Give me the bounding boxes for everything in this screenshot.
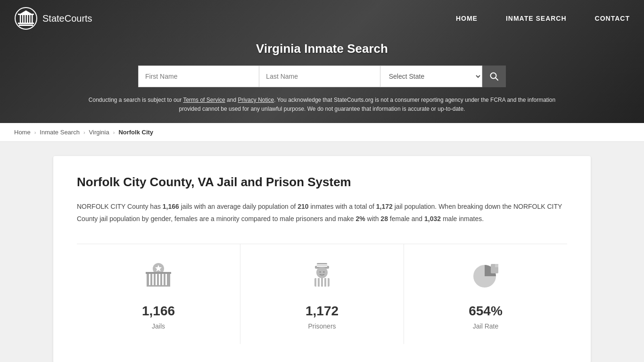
svg-rect-16 — [149, 274, 150, 285]
info-card: Norfolk City County, VA Jail and Prison … — [53, 156, 591, 362]
svg-rect-5 — [25, 15, 26, 23]
stat-jails-number: 1,166 — [142, 304, 175, 319]
search-icon — [490, 72, 498, 81]
first-name-input[interactable] — [138, 66, 259, 87]
breadcrumb-sep-3: › — [113, 130, 115, 135]
site-header: StateCourts HOME INMATE SEARCH CONTACT V… — [0, 0, 644, 123]
svg-rect-22 — [146, 272, 171, 274]
disclaimer-text: Conducting a search is subject to our Te… — [86, 96, 558, 123]
svg-rect-34 — [326, 278, 328, 287]
search-button[interactable] — [482, 66, 506, 87]
svg-rect-1 — [19, 25, 33, 26]
breadcrumb-virginia[interactable]: Virginia — [89, 129, 109, 136]
svg-rect-37 — [495, 264, 498, 267]
stats-row: 1,166 Jails — [77, 244, 567, 344]
main-nav: StateCourts HOME INMATE SEARCH CONTACT — [0, 0, 644, 37]
card-description: NORFOLK CITY County has 1,166 jails with… — [77, 201, 567, 224]
state-select[interactable]: Select State Virginia California Texas — [380, 66, 483, 87]
svg-rect-8 — [32, 15, 33, 23]
nav-links: HOME INMATE SEARCH CONTACT — [456, 15, 630, 22]
nav-home[interactable]: HOME — [456, 15, 478, 22]
breadcrumb: Home › Inmate Search › Virginia › Norfol… — [0, 123, 644, 142]
svg-rect-7 — [29, 15, 31, 23]
svg-line-12 — [495, 78, 498, 80]
svg-point-28 — [320, 271, 321, 272]
rate-icon — [469, 258, 502, 296]
svg-rect-31 — [316, 278, 318, 287]
page-title: Virginia Inmate Search — [256, 41, 388, 56]
privacy-link[interactable]: Privacy Notice — [238, 97, 274, 103]
breadcrumb-home[interactable]: Home — [14, 129, 31, 136]
stat-jail-rate: 654% Jail Rate — [404, 244, 567, 344]
svg-point-29 — [323, 271, 325, 272]
svg-rect-25 — [317, 264, 327, 265]
header-content: Virginia Inmate Search Select State Virg… — [0, 37, 644, 123]
svg-rect-26 — [317, 266, 327, 267]
nav-contact[interactable]: CONTACT — [595, 15, 630, 22]
site-logo[interactable]: StateCourts — [14, 7, 92, 30]
stat-prisoners: 1,172 Prisoners — [240, 244, 404, 344]
nav-inmate-search[interactable]: INMATE SEARCH — [506, 15, 567, 22]
stat-prisoners-number: 1,172 — [305, 304, 339, 319]
card-title: Norfolk City County, VA Jail and Prison … — [77, 175, 567, 189]
breadcrumb-sep-1: › — [34, 130, 36, 135]
main-content: Norfolk City County, VA Jail and Prison … — [39, 142, 605, 362]
svg-rect-20 — [162, 274, 164, 285]
stat-jail-rate-number: 654% — [469, 304, 503, 319]
svg-rect-17 — [152, 274, 154, 285]
stat-prisoners-label: Prisoners — [308, 322, 336, 330]
terms-link[interactable]: Terms of Service — [183, 97, 225, 103]
breadcrumb-inmate-search[interactable]: Inmate Search — [40, 129, 80, 136]
svg-rect-33 — [323, 278, 324, 287]
stat-jail-rate-label: Jail Rate — [473, 322, 498, 330]
svg-rect-2 — [18, 23, 34, 24]
svg-rect-19 — [159, 274, 160, 285]
stat-jails-label: Jails — [152, 322, 165, 330]
breadcrumb-sep-2: › — [83, 130, 85, 135]
logo-text: StateCourts — [42, 13, 92, 24]
last-name-input[interactable] — [259, 66, 380, 87]
svg-rect-10 — [18, 14, 34, 15]
svg-rect-4 — [22, 15, 24, 23]
svg-point-27 — [316, 267, 328, 278]
prisoner-icon — [305, 258, 339, 296]
svg-rect-32 — [320, 278, 321, 287]
jail-icon — [142, 258, 175, 296]
search-bar: Select State Virginia California Texas — [138, 66, 506, 87]
svg-rect-3 — [20, 15, 21, 23]
svg-rect-18 — [156, 274, 157, 285]
breadcrumb-current: Norfolk City — [118, 129, 153, 136]
stat-jails: 1,166 Jails — [77, 244, 240, 344]
svg-rect-6 — [27, 15, 28, 23]
svg-rect-21 — [165, 274, 167, 285]
logo-icon — [14, 7, 38, 30]
